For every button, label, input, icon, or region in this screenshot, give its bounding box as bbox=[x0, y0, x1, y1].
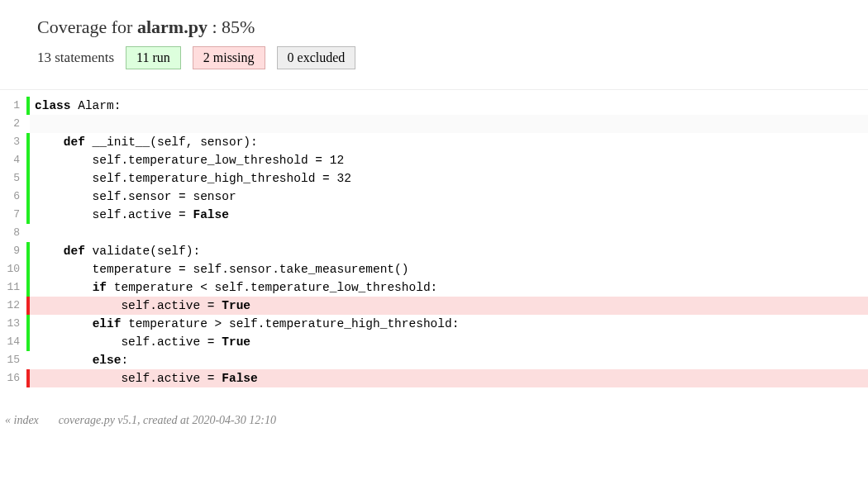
line-number: 11 bbox=[0, 278, 26, 297]
source-text: self.sensor = sensor bbox=[30, 188, 868, 206]
line-number: 8 bbox=[0, 224, 26, 242]
title-prefix: Coverage for bbox=[37, 17, 137, 37]
title-file: alarm.py bbox=[137, 17, 207, 37]
coverage-percent: 85% bbox=[222, 17, 255, 37]
code-line: 2 bbox=[0, 115, 868, 133]
line-number: 2 bbox=[0, 115, 26, 133]
source-text: self.temperature_high_threshold = 32 bbox=[30, 169, 868, 188]
line-number: 3 bbox=[0, 133, 26, 151]
source-text: self.active = True bbox=[30, 333, 868, 351]
line-number: 4 bbox=[0, 151, 26, 169]
source-text: self.active = True bbox=[30, 297, 868, 315]
code-line: 16 self.active = False bbox=[0, 369, 868, 387]
source-text: elif temperature > self.temperature_high… bbox=[30, 315, 868, 333]
divider bbox=[0, 89, 868, 90]
footer: « index coverage.py v5.1, created at 202… bbox=[0, 406, 868, 442]
line-number: 10 bbox=[0, 260, 26, 278]
source-text bbox=[30, 224, 868, 242]
line-number: 1 bbox=[0, 97, 26, 115]
line-number: 16 bbox=[0, 369, 26, 387]
source-code: 1class Alarm:23 def __init__(self, senso… bbox=[0, 97, 868, 387]
code-line: 7 self.active = False bbox=[0, 206, 868, 224]
source-text: class Alarm: bbox=[30, 97, 868, 115]
report-header: Coverage for alarm.py : 85% 13 statement… bbox=[0, 0, 868, 78]
code-line: 1class Alarm: bbox=[0, 97, 868, 115]
code-line: 3 def __init__(self, sensor): bbox=[0, 133, 868, 151]
stats-row: 13 statements 11 run 2 missing 0 exclude… bbox=[37, 46, 831, 69]
code-line: 6 self.sensor = sensor bbox=[0, 188, 868, 206]
code-line: 9 def validate(self): bbox=[0, 242, 868, 260]
source-text: self.temperature_low_threshold = 12 bbox=[30, 151, 868, 169]
line-number: 13 bbox=[0, 315, 26, 333]
line-number: 14 bbox=[0, 333, 26, 351]
line-number: 9 bbox=[0, 242, 26, 260]
code-line: 4 self.temperature_low_threshold = 12 bbox=[0, 151, 868, 169]
statements-count: 13 statements bbox=[37, 50, 114, 66]
index-link[interactable]: « index bbox=[5, 414, 39, 427]
source-text bbox=[30, 115, 868, 133]
line-number: 7 bbox=[0, 206, 26, 224]
code-line: 5 self.temperature_high_threshold = 32 bbox=[0, 169, 868, 188]
filter-run[interactable]: 11 run bbox=[126, 46, 181, 69]
page-title: Coverage for alarm.py : 85% bbox=[37, 17, 831, 38]
source-text: temperature = self.sensor.take_measureme… bbox=[30, 260, 868, 278]
code-line: 11 if temperature < self.temperature_low… bbox=[0, 278, 868, 297]
source-text: else: bbox=[30, 351, 868, 369]
filter-excluded[interactable]: 0 excluded bbox=[277, 46, 356, 69]
title-sep: : bbox=[207, 17, 222, 37]
code-line: 14 self.active = True bbox=[0, 333, 868, 351]
source-text: self.active = False bbox=[30, 369, 868, 387]
line-number: 6 bbox=[0, 188, 26, 206]
line-number: 12 bbox=[0, 297, 26, 315]
code-line: 15 else: bbox=[0, 351, 868, 369]
code-line: 13 elif temperature > self.temperature_h… bbox=[0, 315, 868, 333]
line-number: 15 bbox=[0, 351, 26, 369]
code-line: 10 temperature = self.sensor.take_measur… bbox=[0, 260, 868, 278]
source-text: self.active = False bbox=[30, 206, 868, 224]
footer-note: coverage.py v5.1, created at 2020-04-30 … bbox=[59, 414, 276, 427]
source-text: def validate(self): bbox=[30, 242, 868, 260]
source-text: if temperature < self.temperature_low_th… bbox=[30, 278, 868, 297]
filter-missing[interactable]: 2 missing bbox=[193, 46, 265, 69]
code-line: 12 self.active = True bbox=[0, 297, 868, 315]
code-line: 8 bbox=[0, 224, 868, 242]
line-number: 5 bbox=[0, 169, 26, 188]
source-text: def __init__(self, sensor): bbox=[30, 133, 868, 151]
